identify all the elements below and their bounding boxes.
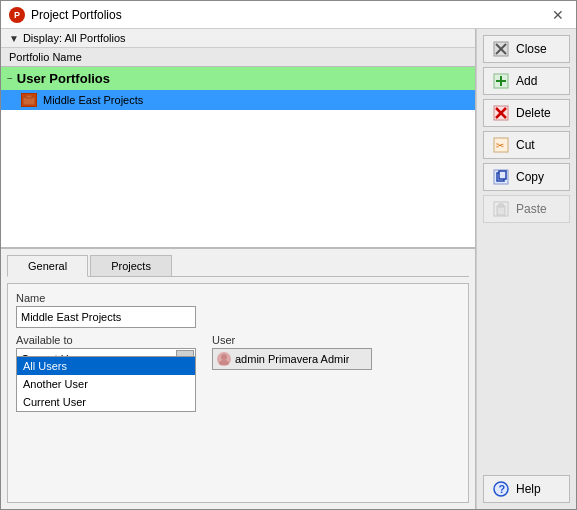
user-name-value: admin Primavera Admir xyxy=(235,353,349,365)
delete-icon xyxy=(492,104,510,122)
tab-content-general: Name Available to Current User ▼ xyxy=(7,283,469,503)
sidebar-divider xyxy=(483,227,570,471)
paste-btn-label: Paste xyxy=(516,202,547,216)
collapse-icon[interactable]: − xyxy=(7,73,13,84)
title-bar: P Project Portfolios ✕ xyxy=(1,1,576,29)
main-content: ▼ Display: All Portfolios Portfolio Name… xyxy=(1,29,576,509)
title-bar-left: P Project Portfolios xyxy=(9,7,122,23)
available-to-group: Available to Current User ▼ All Users An xyxy=(16,334,196,370)
name-label: Name xyxy=(16,292,460,304)
window-close-button[interactable]: ✕ xyxy=(548,7,568,23)
svg-rect-17 xyxy=(499,171,506,179)
group-label: User Portfolios xyxy=(17,71,110,86)
left-panel: ▼ Display: All Portfolios Portfolio Name… xyxy=(1,29,476,509)
help-btn-label: Help xyxy=(516,482,541,496)
dropdown-item-all-users[interactable]: All Users xyxy=(17,357,195,375)
svg-text:?: ? xyxy=(499,483,506,495)
portfolio-list-area: ▼ Display: All Portfolios Portfolio Name… xyxy=(1,29,475,249)
item-label: Middle East Projects xyxy=(43,94,143,106)
delete-button[interactable]: Delete xyxy=(483,99,570,127)
copy-btn-label: Copy xyxy=(516,170,544,184)
cut-icon: ✂ xyxy=(492,136,510,154)
copy-button[interactable]: Copy xyxy=(483,163,570,191)
available-to-label: Available to xyxy=(16,334,196,346)
window-title: Project Portfolios xyxy=(31,8,122,22)
user-avatar-icon xyxy=(217,352,231,366)
project-portfolios-window: P Project Portfolios ✕ ▼ Display: All Po… xyxy=(0,0,577,510)
display-bar-arrow: ▼ xyxy=(9,33,19,44)
help-icon: ? xyxy=(492,480,510,498)
dropdown-list: All Users Another User Current User xyxy=(16,356,196,412)
name-input[interactable] xyxy=(16,306,196,328)
copy-icon xyxy=(492,168,510,186)
cut-button[interactable]: ✂ Cut xyxy=(483,131,570,159)
available-user-row: Available to Current User ▼ All Users An xyxy=(16,334,460,370)
user-field: admin Primavera Admir xyxy=(212,348,372,370)
tabs: General Projects xyxy=(7,255,469,277)
dropdown-item-current-user[interactable]: Current User xyxy=(17,393,195,411)
close-icon xyxy=(492,40,510,58)
portfolio-item-icon xyxy=(21,93,37,107)
app-icon: P xyxy=(9,7,25,23)
display-bar-label: Display: All Portfolios xyxy=(23,32,126,44)
tree-group-row[interactable]: − User Portfolios xyxy=(1,67,475,90)
dropdown-item-another-user[interactable]: Another User xyxy=(17,375,195,393)
column-header-name: Portfolio Name xyxy=(9,51,82,63)
tree-area[interactable]: − User Portfolios Middle East Projects xyxy=(1,67,475,247)
tab-general[interactable]: General xyxy=(7,255,88,277)
svg-rect-20 xyxy=(499,204,503,207)
svg-rect-1 xyxy=(26,95,32,98)
paste-button[interactable]: Paste xyxy=(483,195,570,223)
bottom-panel: General Projects Name Available to Cu xyxy=(1,249,475,509)
tree-item-row[interactable]: Middle East Projects xyxy=(1,90,475,110)
svg-point-2 xyxy=(221,354,227,360)
user-label: User xyxy=(212,334,372,346)
display-bar: ▼ Display: All Portfolios xyxy=(1,29,475,48)
delete-btn-label: Delete xyxy=(516,106,551,120)
close-btn-label: Close xyxy=(516,42,547,56)
paste-icon xyxy=(492,200,510,218)
help-button[interactable]: ? Help xyxy=(483,475,570,503)
svg-text:✂: ✂ xyxy=(496,140,504,151)
cut-btn-label: Cut xyxy=(516,138,535,152)
add-button[interactable]: Add xyxy=(483,67,570,95)
close-button[interactable]: Close xyxy=(483,35,570,63)
svg-point-3 xyxy=(219,360,229,365)
user-field-group: User admin Primavera Admir xyxy=(212,334,372,370)
right-sidebar: Close Add xyxy=(476,29,576,509)
name-field-group: Name xyxy=(16,292,460,328)
table-header: Portfolio Name xyxy=(1,48,475,67)
tab-projects[interactable]: Projects xyxy=(90,255,172,276)
add-icon xyxy=(492,72,510,90)
add-btn-label: Add xyxy=(516,74,537,88)
